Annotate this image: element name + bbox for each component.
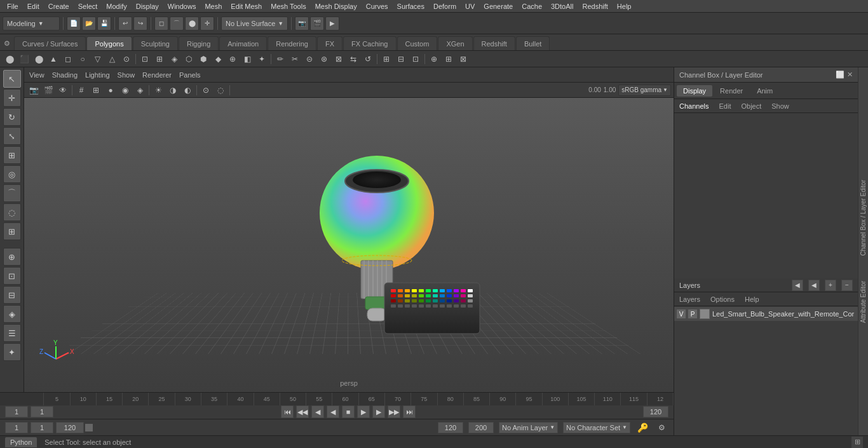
- display-tab[interactable]: Display: [677, 85, 712, 97]
- tab-custom[interactable]: Custom: [397, 36, 438, 50]
- pipe-icon-btn[interactable]: ⊙: [119, 53, 133, 65]
- camera-btn[interactable]: 📷: [295, 17, 309, 31]
- menu-mesh-tools[interactable]: Mesh Tools: [266, 1, 310, 11]
- menu-uv[interactable]: UV: [461, 1, 479, 11]
- next-keyframe-btn[interactable]: ▶: [372, 405, 385, 418]
- collapse-btn[interactable]: ⊠: [332, 53, 346, 65]
- no-anim-layer-dropdown[interactable]: No Anim Layer ▼: [499, 422, 558, 433]
- lighting-menu[interactable]: Lighting: [85, 71, 110, 79]
- select-tool-btn[interactable]: ↖: [3, 70, 21, 88]
- poke-icon-btn[interactable]: ✦: [255, 53, 269, 65]
- object-tab[interactable]: Object: [741, 102, 761, 110]
- tab-sculpting[interactable]: Sculpting: [133, 36, 178, 50]
- layer-item[interactable]: V P Led_Smart_Bulb_Speaker_with_Remote_C…: [674, 307, 858, 321]
- auto-key-btn[interactable]: 🔑: [635, 421, 649, 434]
- vp-cam-icon[interactable]: 📷: [27, 84, 41, 97]
- cone-icon-btn[interactable]: ▲: [46, 53, 60, 65]
- prev-keyframe-btn[interactable]: ◀: [311, 405, 324, 418]
- lasso-tool-btn[interactable]: ⌒: [3, 184, 21, 202]
- render-tab[interactable]: Render: [714, 85, 749, 97]
- extrude-icon-btn[interactable]: ⬡: [182, 53, 196, 65]
- vp-smooth-icon[interactable]: ◉: [118, 84, 132, 97]
- spin-btn[interactable]: ↺: [361, 53, 375, 65]
- renderer-menu[interactable]: Renderer: [142, 71, 172, 79]
- vp-isolate-icon[interactable]: ⊙: [199, 84, 213, 97]
- menu-windows[interactable]: Windows: [163, 1, 201, 11]
- ipr-btn[interactable]: ▶: [325, 17, 339, 31]
- layers-tab[interactable]: Layers: [679, 295, 700, 303]
- stop-btn[interactable]: ■: [342, 405, 355, 418]
- soft-sel-btn[interactable]: ⊕: [427, 53, 441, 65]
- workspace-dropdown[interactable]: Modeling ▼: [3, 17, 60, 31]
- vp-wire-icon[interactable]: ⊞: [89, 84, 103, 97]
- channel-box-vertical-tab[interactable]: Channel Box / Layer Editor: [860, 180, 867, 256]
- tab-xgen[interactable]: XGen: [438, 36, 472, 50]
- next-frame-btn[interactable]: ▶▶: [388, 405, 400, 418]
- mirror-icon-btn[interactable]: ⊞: [153, 53, 166, 65]
- menu-surfaces[interactable]: Surfaces: [393, 1, 429, 11]
- layer-playback-btn[interactable]: P: [688, 309, 697, 318]
- vp-eye-icon[interactable]: 👁: [56, 84, 70, 97]
- timeline-ruler[interactable]: 5 10 15 20 25 30 35 40 45 50 55 60 65 70: [0, 393, 674, 405]
- snap-btn[interactable]: ✛: [200, 17, 214, 31]
- panel-float-btn[interactable]: ⬜: [836, 71, 844, 79]
- no-live-surface-dropdown[interactable]: No Live Surface ▼: [221, 17, 288, 31]
- color-profile-dropdown[interactable]: sRGB gamma ▼: [618, 85, 671, 96]
- tab-rigging[interactable]: Rigging: [179, 36, 219, 50]
- cube-icon-btn[interactable]: ⬛: [17, 53, 31, 65]
- bridge-icon-btn[interactable]: ⬢: [196, 53, 210, 65]
- vp-light-icon[interactable]: ☀: [151, 84, 165, 97]
- subdiv-icon-btn[interactable]: ⊡: [138, 53, 152, 65]
- save-file-btn[interactable]: 💾: [97, 17, 111, 31]
- grid-icon-btn[interactable]: ⊞: [379, 53, 393, 65]
- channel-left-btn[interactable]: ☰: [3, 324, 21, 342]
- redo-btn[interactable]: ↪: [133, 17, 147, 31]
- uvs-icon-btn[interactable]: ⊟: [394, 53, 408, 65]
- show-tab[interactable]: Show: [771, 102, 789, 110]
- layers-options-tab[interactable]: Options: [710, 295, 735, 303]
- outliner-btn[interactable]: ⊟: [3, 286, 21, 304]
- vp-shaded-icon[interactable]: ●: [104, 84, 118, 97]
- render-btn[interactable]: 🎬: [310, 17, 324, 31]
- wedge-icon-btn[interactable]: ◧: [240, 53, 254, 65]
- settings-icon[interactable]: ⚙: [0, 36, 14, 50]
- frame-end-input[interactable]: [643, 406, 668, 417]
- show-menu[interactable]: Show: [118, 71, 135, 79]
- menu-edit[interactable]: Edit: [23, 1, 44, 11]
- no-character-set-dropdown[interactable]: No Character Set ▼: [563, 422, 630, 433]
- current-frame-field[interactable]: [5, 422, 28, 433]
- pen-icon-btn[interactable]: ✏: [273, 53, 287, 65]
- range-start-input[interactable]: [438, 422, 463, 433]
- bevel-icon-btn[interactable]: ◈: [167, 53, 181, 65]
- vp-film-icon[interactable]: 🎬: [41, 84, 55, 97]
- fill-icon-btn[interactable]: ◆: [211, 53, 225, 65]
- new-file-btn[interactable]: 📄: [67, 17, 81, 31]
- plane-icon-btn[interactable]: ◻: [61, 53, 75, 65]
- normals-icon-btn[interactable]: ⊡: [409, 53, 423, 65]
- play-fwd-btn[interactable]: ▶: [357, 405, 370, 418]
- vp-xray-icon[interactable]: ◌: [214, 84, 227, 97]
- sphere-icon-btn[interactable]: ⬤: [3, 53, 17, 65]
- select-btn[interactable]: ◻: [154, 17, 168, 31]
- layers-remove-btn[interactable]: −: [841, 280, 853, 291]
- rotate-tool-btn[interactable]: ↻: [3, 108, 21, 126]
- range-end-input[interactable]: [468, 422, 494, 433]
- menu-file[interactable]: File: [3, 1, 23, 11]
- frame-start-input[interactable]: [5, 406, 28, 417]
- menu-generate[interactable]: Generate: [479, 1, 517, 11]
- sub-frame-field[interactable]: [31, 422, 53, 433]
- menu-modify[interactable]: Modify: [102, 1, 131, 11]
- layers-help-tab[interactable]: Help: [745, 295, 759, 303]
- paint-tool-btn[interactable]: ◌: [3, 203, 21, 221]
- keep-face-btn[interactable]: ⊠: [456, 53, 470, 65]
- viewport-canvas[interactable]: persp X Y Z: [24, 98, 674, 392]
- layers-nav-prev-btn[interactable]: ◀: [792, 280, 803, 291]
- layer-color-swatch[interactable]: [700, 309, 710, 319]
- python-tab[interactable]: Python: [5, 437, 37, 447]
- vp-tex-icon[interactable]: ◈: [133, 84, 147, 97]
- menu-redshift[interactable]: Redshift: [578, 1, 612, 11]
- flip-btn[interactable]: ⇆: [346, 53, 360, 65]
- menu-edit-mesh[interactable]: Edit Mesh: [226, 1, 266, 11]
- vp-ao-icon[interactable]: ◐: [180, 84, 194, 97]
- sym-btn[interactable]: ⊞: [442, 53, 456, 65]
